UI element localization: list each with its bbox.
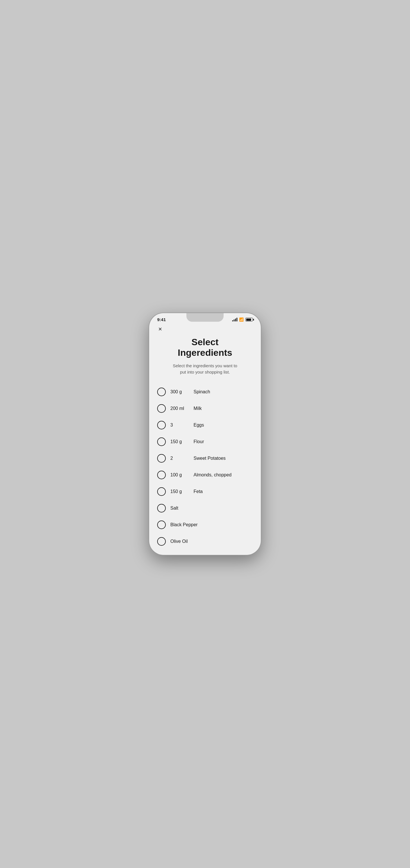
ingredient-checkbox-3[interactable] xyxy=(157,421,166,429)
signal-bars-icon xyxy=(232,318,238,321)
ingredient-row[interactable]: 150 gFlour xyxy=(157,433,253,450)
ingredient-row[interactable]: 150 gFeta xyxy=(157,483,253,500)
ingredients-list: 300 gSpinach200 mlMilk3Eggs150 gFlour2Sw… xyxy=(157,383,253,550)
ingredient-checkbox-2[interactable] xyxy=(157,404,166,413)
page-subtitle: Select the ingredients you want toput in… xyxy=(157,363,253,376)
ingredient-name: Eggs xyxy=(194,423,204,428)
ingredient-name: Salt xyxy=(170,506,178,511)
ingredient-amount: 2 xyxy=(170,456,189,461)
ingredient-row[interactable]: Salt xyxy=(157,500,253,517)
ingredient-amount: 200 ml xyxy=(170,406,189,411)
ingredient-name: Flour xyxy=(194,439,204,444)
ingredient-name: Spinach xyxy=(194,389,210,395)
notch xyxy=(186,313,224,322)
ingredient-checkbox-10[interactable] xyxy=(157,537,166,546)
ingredient-row[interactable]: 3Eggs xyxy=(157,417,253,433)
ingredient-row[interactable]: 100 gAlmonds, chopped xyxy=(157,467,253,483)
ingredient-row[interactable]: 300 gSpinach xyxy=(157,383,253,400)
ingredient-name: Sweet Potatoes xyxy=(194,456,226,461)
status-icons: 📶 xyxy=(232,317,253,322)
ingredient-checkbox-9[interactable] xyxy=(157,521,166,529)
screen-content: × SelectIngeredients Select the ingredie… xyxy=(149,324,261,555)
ingredient-row[interactable]: 2Sweet Potatoes xyxy=(157,450,253,467)
ingredient-amount: 150 g xyxy=(170,439,189,444)
ingredient-amount: 300 g xyxy=(170,389,189,395)
ingredient-amount: 150 g xyxy=(170,489,189,494)
ingredient-checkbox-8[interactable] xyxy=(157,504,166,513)
ingredient-checkbox-5[interactable] xyxy=(157,454,166,463)
battery-icon xyxy=(245,318,253,321)
ingredient-row[interactable]: Black Pepper xyxy=(157,517,253,533)
wifi-icon: 📶 xyxy=(239,317,244,322)
ingredient-row[interactable]: 200 mlMilk xyxy=(157,400,253,417)
ingredient-checkbox-1[interactable] xyxy=(157,388,166,396)
ingredient-name: Feta xyxy=(194,489,203,494)
ingredient-name: Black Pepper xyxy=(170,522,197,527)
ingredient-name: Olive Oil xyxy=(170,539,188,544)
ingredient-name: Almonds, chopped xyxy=(194,472,232,477)
ingredient-row[interactable]: Olive Oil xyxy=(157,533,253,550)
ingredient-checkbox-7[interactable] xyxy=(157,487,166,496)
ingredient-amount: 3 xyxy=(170,423,189,428)
ingredient-amount: 100 g xyxy=(170,472,189,477)
ingredient-name: Milk xyxy=(194,406,201,411)
ingredient-checkbox-6[interactable] xyxy=(157,471,166,479)
close-button[interactable]: × xyxy=(157,324,163,334)
status-time: 9:41 xyxy=(157,317,166,322)
phone-frame: 9:41 📶 × SelectIngeredients Select the i… xyxy=(149,313,261,555)
page-title: SelectIngeredients xyxy=(157,337,253,358)
ingredient-checkbox-4[interactable] xyxy=(157,437,166,446)
